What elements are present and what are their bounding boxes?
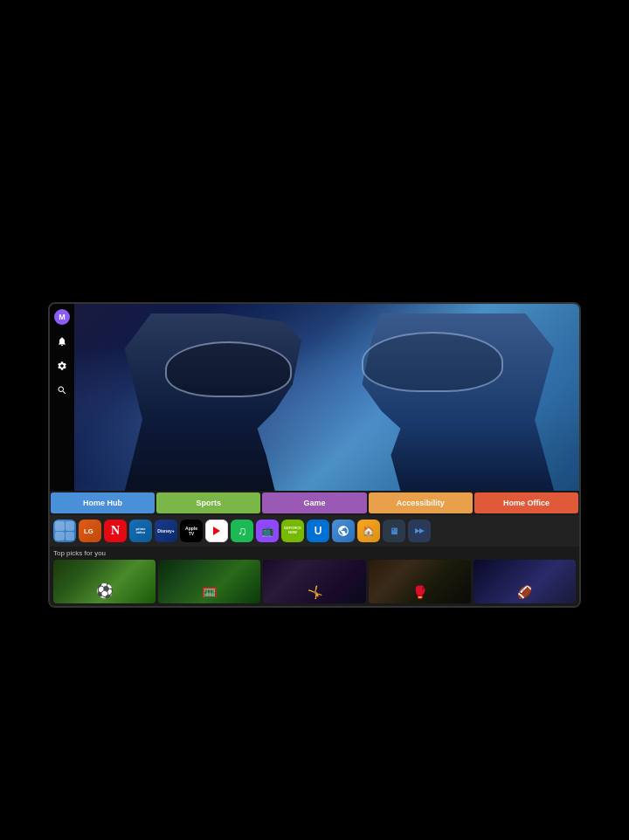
pick-card-2[interactable] [158,560,260,603]
app-uplay-icon[interactable]: U [307,520,329,542]
pick-card-3[interactable] [263,560,365,603]
hero-area [74,304,579,491]
app-more-icon[interactable]: ▶▶ [408,520,431,542]
app-row: LG N primevideo Disney+ AppleTV [50,515,579,547]
settings-icon[interactable] [54,358,70,374]
sidebar: M [50,304,74,491]
app-prime-icon[interactable]: primevideo [129,520,152,542]
bottom-panel: Home Hub Sports Game Accessibility Home … [50,491,579,606]
search-icon[interactable] [54,382,70,398]
app-web-icon[interactable] [332,520,355,542]
app-netflix-icon[interactable]: N [104,520,127,542]
top-picks-label: Top picks for you [53,549,576,557]
top-picks-section: Top picks for you [50,547,579,606]
tv-frame: M [48,302,581,608]
pick-card-4[interactable] [369,560,471,603]
user-avatar[interactable]: M [54,309,70,325]
app-lg-icon[interactable]: LG [79,520,101,542]
app-nvidia-icon[interactable]: GEFORCENOW [281,520,304,542]
top-picks-row [53,560,576,603]
tv-content: M [50,304,579,491]
tab-game[interactable]: Game [262,492,366,513]
app-twitch-icon[interactable]: 📺 [256,520,279,542]
app-youtube-icon[interactable] [205,520,228,542]
tab-home-office[interactable]: Home Office [474,492,578,513]
app-appletv-icon[interactable]: AppleTV [180,520,203,542]
app-smarthome-icon[interactable]: 🏠 [357,520,380,542]
app-disney-icon[interactable]: Disney+ [155,520,177,542]
player-left [125,313,301,491]
app-screen-icon[interactable]: 🖥 [383,520,405,542]
bell-icon[interactable] [54,334,70,349]
svg-text:LG: LG [84,527,93,535]
pick-card-5[interactable] [473,560,576,603]
pick-card-1[interactable] [53,560,156,603]
helmet-grill-right [362,332,503,391]
hero-image [74,304,579,491]
helmet-grill-left [165,341,292,397]
tab-accessibility[interactable]: Accessibility [369,492,473,513]
app-spotify-icon[interactable]: ♫ [231,520,253,542]
tab-home-hub[interactable]: Home Hub [51,492,155,513]
category-tabs: Home Hub Sports Game Accessibility Home … [50,491,579,515]
tab-sports[interactable]: Sports [156,492,260,513]
app-apps-icon[interactable] [53,520,76,542]
